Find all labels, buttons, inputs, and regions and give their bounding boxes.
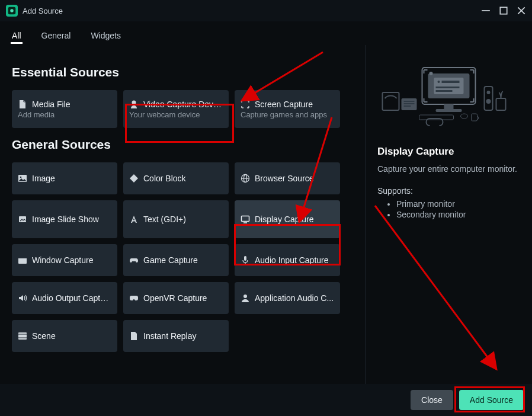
svg-rect-41: [472, 114, 477, 121]
svg-rect-42: [485, 87, 493, 110]
card-label: Audio Input Capture: [255, 255, 329, 265]
display-icon: [241, 215, 250, 224]
card-label: Game Capture: [143, 255, 198, 265]
camera-icon: [129, 100, 139, 109]
source-browser-source[interactable]: Browser Source: [235, 162, 340, 194]
card-label: Color Block: [143, 174, 186, 183]
tab-general[interactable]: General: [40, 27, 72, 44]
tabs: All General Widgets: [0, 21, 532, 45]
card-label: Audio Output Capture: [32, 293, 111, 303]
svg-rect-45: [496, 98, 506, 110]
source-image[interactable]: Image: [12, 162, 117, 194]
svg-point-8: [20, 177, 22, 178]
source-application-audio-capture[interactable]: Application Audio C...: [235, 282, 340, 314]
close-window-button[interactable]: [517, 6, 526, 15]
preview-illustration: [377, 57, 520, 134]
speaker-icon: [18, 293, 27, 303]
preview-title: Display Capture: [377, 146, 520, 158]
maximize-button[interactable]: [499, 6, 508, 15]
tab-all[interactable]: All: [11, 27, 23, 44]
general-sources-title: General Sources: [12, 137, 359, 152]
svg-rect-20: [18, 332, 27, 340]
source-screen-capture[interactable]: Screen Capture Capture games and apps: [235, 90, 340, 128]
source-video-capture-device[interactable]: Video Capture Device Your webcam device: [123, 90, 229, 128]
source-image-slide-show[interactable]: Image Slide Show: [12, 200, 117, 238]
vr-icon: [129, 293, 139, 303]
svg-point-43: [487, 91, 491, 94]
card-label: Window Capture: [32, 255, 94, 265]
card-label: Scene: [32, 331, 56, 341]
svg-rect-16: [18, 257, 27, 258]
image-icon: [18, 174, 27, 183]
list-item: Secondary monitor: [396, 210, 520, 219]
preview-panel: Display Capture Capture your entire comp…: [365, 45, 532, 384]
window-icon: [18, 255, 27, 265]
card-label: OpenVR Capture: [143, 293, 207, 303]
source-openvr-capture[interactable]: OpenVR Capture: [123, 282, 229, 314]
card-label: Application Audio C...: [255, 293, 334, 303]
minimize-button[interactable]: [481, 6, 491, 15]
svg-rect-17: [244, 256, 246, 261]
source-text-gdi[interactable]: Text (GDI+): [123, 200, 229, 238]
text-icon: [129, 215, 139, 224]
add-source-button[interactable]: Add Source: [459, 390, 524, 410]
svg-rect-13: [242, 216, 249, 222]
source-instant-replay[interactable]: Instant Replay: [123, 320, 229, 352]
card-label: Browser Source: [255, 174, 314, 183]
essential-grid: Media File Add media Video Capture Devic…: [12, 90, 359, 128]
supports-title: Supports:: [377, 186, 520, 196]
svg-rect-30: [436, 90, 453, 92]
source-scene[interactable]: Scene: [12, 320, 117, 352]
source-color-block[interactable]: Color Block: [123, 162, 229, 194]
card-label: Video Capture Device: [143, 100, 223, 109]
source-audio-output-capture[interactable]: Audio Output Capture: [12, 282, 117, 314]
svg-point-1: [10, 9, 14, 12]
source-media-file[interactable]: Media File Add media: [12, 90, 117, 128]
source-window-capture[interactable]: Window Capture: [12, 244, 117, 276]
game-icon: [129, 255, 139, 265]
crop-icon: [241, 100, 250, 109]
source-audio-input-capture[interactable]: Audio Input Capture: [235, 244, 340, 276]
titlebar: Add Source: [0, 0, 532, 21]
scene-icon: [18, 331, 27, 341]
footer: Close Add Source: [0, 384, 532, 416]
svg-rect-38: [404, 105, 411, 107]
essential-sources-title: Essential Sources: [12, 65, 359, 79]
mic-icon: [241, 255, 250, 265]
color-icon: [129, 174, 139, 183]
supports-list: Primary monitor Secondary monitor: [377, 199, 520, 219]
card-label: Media File: [32, 100, 70, 109]
tab-widgets[interactable]: Widgets: [89, 27, 122, 44]
card-label: Display Capture: [255, 215, 314, 224]
card-label: Screen Capture: [255, 100, 313, 109]
svg-rect-32: [444, 104, 454, 109]
card-sub: Add media: [18, 110, 111, 119]
sources-panel: Essential Sources Media File Add media V…: [0, 45, 365, 384]
person-icon: [241, 293, 250, 303]
close-button[interactable]: Close: [411, 390, 453, 410]
card-label: Text (GDI+): [143, 215, 186, 224]
svg-point-40: [461, 114, 468, 119]
card-label: Image Slide Show: [32, 215, 99, 224]
general-grid: Image Color Block Browser Source Image: [12, 162, 359, 352]
svg-point-44: [486, 99, 491, 104]
source-display-capture[interactable]: Display Capture: [235, 200, 340, 238]
svg-rect-36: [404, 101, 415, 102]
svg-rect-37: [404, 103, 415, 104]
source-game-capture[interactable]: Game Capture: [123, 244, 229, 276]
preview-description: Capture your entire computer monitor.: [377, 164, 520, 175]
svg-point-19: [243, 295, 247, 298]
card-sub: Your webcam device: [129, 110, 223, 119]
svg-rect-29: [436, 87, 460, 88]
list-item: Primary monitor: [396, 199, 520, 209]
svg-rect-28: [442, 81, 460, 83]
globe-icon: [241, 174, 250, 183]
slideshow-icon: [18, 215, 27, 224]
card-label: Image: [32, 174, 55, 183]
window-title: Add Source: [23, 7, 63, 15]
file-icon: [18, 100, 27, 109]
card-sub: Capture games and apps: [241, 110, 334, 119]
svg-point-27: [438, 81, 440, 83]
svg-point-31: [430, 72, 433, 75]
svg-rect-3: [500, 7, 507, 14]
